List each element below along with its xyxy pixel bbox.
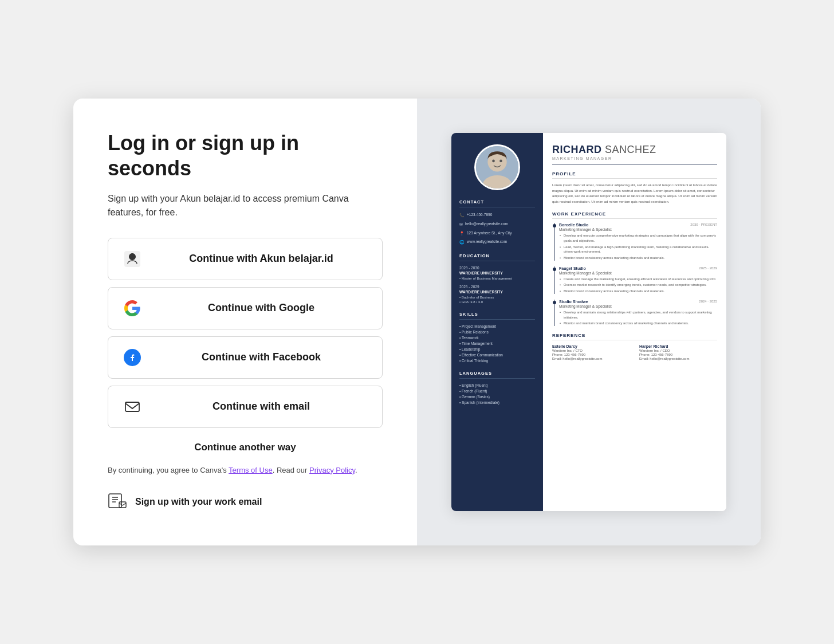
privacy-link[interactable]: Privacy Policy (309, 466, 355, 474)
facebook-button[interactable]: Continue with Facebook (108, 336, 383, 379)
svg-point-7 (492, 160, 495, 163)
resume-email: ✉ hello@reallygreatsite.com (459, 221, 535, 227)
google-button-label: Continue with Google (154, 302, 368, 314)
work-email-icon (108, 490, 128, 513)
subtext: Sign up with your Akun belajar.id to acc… (108, 192, 383, 219)
resume-language-item: Spanish (Intermediate) (459, 400, 535, 405)
resume-language-item: German (Basics) (459, 395, 535, 399)
resume-work-item: Borcelle Studio2030 · PRESENTMarketing M… (552, 223, 717, 260)
resume-skill-item: Project Management (459, 324, 535, 328)
svg-rect-3 (119, 502, 126, 508)
legal-text: By continuing, you agree to Canva's Term… (108, 465, 383, 477)
resume-skill-item: Effective Communication (459, 353, 535, 357)
resume-edu-2: 2025 - 2029 WARDIERE UNIVERSITY Bachelor… (459, 285, 535, 304)
web-icon: 🌐 (459, 239, 465, 245)
resume-ref-1: Estelle Darcy Wardiere Inc. / CTO Phone:… (552, 344, 630, 361)
continue-another-button[interactable]: Continue another way (108, 442, 383, 453)
resume-work-list: Borcelle Studio2030 · PRESENTMarketing M… (552, 223, 717, 326)
resume-skill-item: Critical Thinking (459, 359, 535, 363)
email-button-label: Continue with email (154, 400, 368, 413)
resume-phone: 📞 +123-456-7890 (459, 212, 535, 218)
phone-icon: 📞 (459, 213, 465, 218)
google-icon (122, 298, 143, 319)
akun-button[interactable]: Continue with Akun belajar.id (108, 238, 383, 280)
akun-icon (122, 249, 143, 269)
right-panel: CONTACT 📞 +123-456-7890 ✉ hello@reallygr… (417, 99, 761, 545)
resume-ref-2: Harper Richard Wardiere Inc. / CEO Phone… (639, 344, 717, 361)
resume-skill-item: Time Management (459, 341, 535, 345)
resume-preview: CONTACT 📞 +123-456-7890 ✉ hello@reallygr… (451, 133, 726, 511)
svg-rect-1 (125, 402, 139, 411)
resume-profile-title: PROFILE (552, 171, 717, 179)
email-button[interactable]: Continue with email (108, 386, 383, 428)
resume-skills-title: SKILLS (459, 312, 535, 320)
resume-languages-list: English (Fluent)French (Fluent)German (B… (459, 383, 535, 405)
resume-language-item: French (Fluent) (459, 389, 535, 393)
work-email-button[interactable]: Sign up with your work email (108, 490, 383, 513)
heading: Log in or sign up in seconds (108, 131, 383, 180)
work-email-label: Sign up with your work email (135, 497, 262, 507)
resume-work-title: WORK EXPERIENCE (552, 211, 717, 219)
akun-button-label: Continue with Akun belajar.id (154, 253, 368, 265)
resume-language-item: English (Fluent) (459, 383, 535, 387)
resume-main: RICHARD SANCHEZ MARKETING MANAGER PROFIL… (543, 133, 726, 511)
resume-edu-1: 2029 - 2030 WARDIERE UNIVERSITY Master o… (459, 266, 535, 280)
resume-skills-list: Project ManagementPublic RelationsTeamwo… (459, 324, 535, 363)
resume-work-item: Studio Shodwe2024 · 2025Marketing Manage… (552, 300, 717, 326)
resume-education-title: EDUCATION (459, 253, 535, 261)
google-button[interactable]: Continue with Google (108, 287, 383, 329)
resume-contact-title: CONTACT (459, 199, 535, 207)
resume-name: RICHARD SANCHEZ (552, 144, 717, 155)
resume-avatar (474, 144, 520, 190)
resume-website: 🌐 www.reallygreatsite.com (459, 239, 535, 245)
modal-container: Log in or sign up in seconds Sign up wit… (73, 99, 761, 545)
resume-reference-title: REFERENCE (552, 333, 717, 340)
facebook-button-label: Continue with Facebook (154, 351, 368, 363)
resume-profile-text: Lorem ipsum dolor sit amet, consectetur … (552, 183, 717, 205)
resume-reference-row: Estelle Darcy Wardiere Inc. / CTO Phone:… (552, 344, 717, 361)
email-icon (122, 396, 143, 417)
left-panel: Log in or sign up in seconds Sign up wit… (73, 99, 417, 545)
resume-job-title: MARKETING MANAGER (552, 156, 717, 164)
resume-skill-item: Leadership (459, 347, 535, 351)
svg-point-8 (499, 160, 502, 163)
facebook-icon (122, 347, 143, 368)
resume-sidebar: CONTACT 📞 +123-456-7890 ✉ hello@reallygr… (451, 133, 543, 511)
resume-skill-item: Public Relations (459, 330, 535, 334)
resume-address: 📍 123 Anywhere St., Any City (459, 230, 535, 237)
terms-link[interactable]: Terms of Use (229, 466, 273, 474)
resume-work-item: Fauget Studio2025 · 2029Marketing Manage… (552, 266, 717, 294)
resume-skill-item: Teamwork (459, 336, 535, 340)
mail-icon: ✉ (459, 222, 463, 227)
location-icon: 📍 (459, 231, 465, 237)
resume-languages-title: LANGUAGES (459, 371, 535, 379)
